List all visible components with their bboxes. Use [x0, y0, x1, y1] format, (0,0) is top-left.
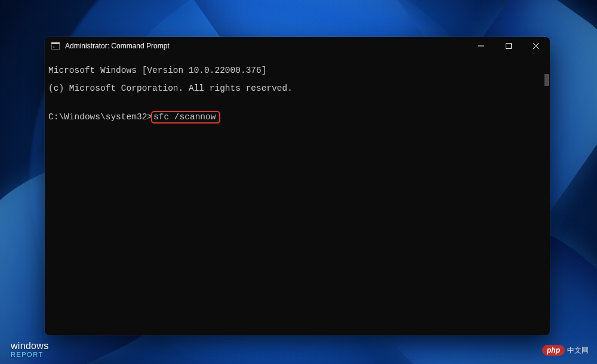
- svg-text:>_: >_: [53, 45, 57, 50]
- close-button[interactable]: [522, 37, 550, 55]
- maximize-button[interactable]: [495, 37, 522, 55]
- php-badge: php: [542, 345, 565, 356]
- terminal-line-version: Microsoft Windows [Version 10.0.22000.37…: [48, 66, 546, 75]
- command-highlight: sfc /scannow: [151, 111, 220, 124]
- window-controls: [467, 37, 550, 55]
- minimize-icon: [478, 43, 484, 49]
- watermark-line1: windows: [11, 341, 48, 351]
- watermark-phpcn: php 中文网: [542, 345, 589, 356]
- typed-command: sfc /scannow: [153, 112, 216, 122]
- cmd-icon: >_: [51, 41, 60, 51]
- titlebar[interactable]: >_ Administrator: Command Prompt: [45, 37, 550, 55]
- maximize-icon: [506, 43, 512, 49]
- prompt-path: C:\Windows\system32>: [48, 113, 152, 122]
- watermark-windowsreport: windows REPORT: [11, 341, 48, 358]
- scrollbar-thumb[interactable]: [544, 74, 549, 86]
- window-title: Administrator: Command Prompt: [65, 42, 170, 50]
- cn-text: 中文网: [567, 346, 589, 356]
- svg-rect-3: [506, 44, 512, 49]
- minimize-button[interactable]: [467, 37, 495, 55]
- command-prompt-window: >_ Administrator: Command Prompt Microso…: [45, 37, 550, 335]
- watermark-line2: REPORT: [11, 351, 48, 358]
- terminal-prompt-line: C:\Windows\system32>sfc /scannow: [48, 111, 546, 124]
- terminal-output[interactable]: Microsoft Windows [Version 10.0.22000.37…: [45, 55, 550, 335]
- close-icon: [533, 43, 539, 49]
- terminal-line-copyright: (c) Microsoft Corporation. All rights re…: [48, 84, 546, 93]
- svg-rect-1: [51, 42, 60, 44]
